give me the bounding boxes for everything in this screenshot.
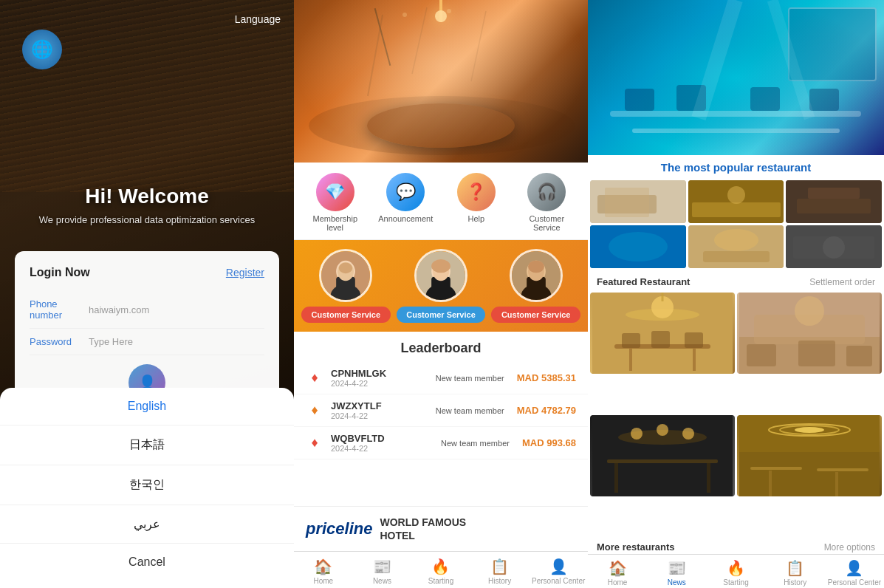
svg-rect-29 [809, 89, 839, 111]
password-label: Password [30, 336, 89, 347]
right-nav-home[interactable]: 🏠 Home [588, 559, 647, 587]
priceline-tagline: WORLD FAMOUSHOTEL [380, 516, 466, 542]
phone-field-row: Phonenumber haiwaiym.com [30, 291, 264, 329]
thumb-2[interactable] [688, 180, 784, 223]
right-home-icon: 🏠 [609, 559, 627, 577]
decor-svg [294, 0, 588, 163]
lb-name-2: JWZXYTLF [331, 400, 428, 411]
svg-point-4 [402, 13, 407, 17]
svg-rect-66 [846, 346, 872, 366]
thumb-img-3 [786, 180, 882, 223]
leaderboard-row-2: ♦ JWZXYTLF 2024-4-22 New team member MAD… [294, 394, 588, 427]
diamond-icon-2: ♦ [306, 402, 323, 420]
svg-rect-25 [610, 111, 861, 117]
lb-date-2: 2024-4-22 [331, 411, 428, 420]
right-panel: The most popular restaurant [588, 0, 884, 588]
history-icon: 📋 [490, 558, 509, 575]
thumb-img-1 [590, 180, 686, 223]
lb-info-3: WQBVFLTD 2024-4-22 [331, 433, 434, 453]
thumb-1[interactable] [590, 180, 686, 223]
agent-btn-1[interactable]: Customer Service [301, 307, 391, 323]
agent-avatar-3 [510, 249, 563, 302]
right-nav-news[interactable]: 📰 News [647, 559, 706, 587]
settlement-link[interactable]: Settlement order [809, 277, 875, 287]
thumb-img-6 [786, 225, 882, 268]
personal-label: Personal Center [532, 577, 585, 585]
thumb-5[interactable] [688, 225, 784, 268]
svg-point-49 [823, 236, 845, 259]
agent3-svg [512, 249, 561, 302]
priceline-banner[interactable]: priceline WORLD FAMOUSHOTEL [294, 506, 588, 551]
announcement-label: Announcement [378, 214, 433, 223]
svg-rect-55 [629, 349, 632, 371]
agent-avatar-1 [319, 249, 372, 302]
lb-status-3: New team member [441, 439, 515, 448]
svg-point-43 [609, 232, 668, 261]
lang-option-english[interactable]: English [0, 388, 294, 425]
svg-rect-40 [808, 188, 860, 199]
lb-info-2: JWZXYTLF 2024-4-22 [331, 400, 428, 420]
customer-service-icon-item[interactable]: 🎧 Customer Service [517, 173, 576, 232]
featured-img-3[interactable] [590, 415, 735, 496]
aqua-hero-image [588, 0, 884, 155]
svg-rect-34 [605, 188, 649, 217]
right-history-label: History [784, 578, 806, 587]
right-nav-starting[interactable]: 🔥 Starting [706, 559, 765, 587]
right-personal-label: Personal Center [828, 578, 881, 587]
nav-history[interactable]: 📋 History [470, 556, 530, 587]
featured-img-1[interactable] [590, 293, 735, 374]
lang-option-korean[interactable]: 한국인 [0, 465, 294, 505]
phone-value[interactable]: haiwaiym.com [89, 304, 149, 315]
nav-news[interactable]: 📰 News [353, 556, 412, 587]
register-link[interactable]: Register [226, 267, 264, 278]
announcement-icon-item[interactable]: 💬 Announcement [376, 173, 435, 232]
svg-point-23 [528, 261, 544, 273]
welcome-subtitle: We provide professional data optimizatio… [0, 214, 294, 225]
light-decoration [439, 0, 442, 22]
thumb-img-5 [688, 225, 784, 268]
thumb3-svg [786, 180, 882, 223]
right-nav-history[interactable]: 📋 History [766, 559, 825, 587]
thumb-6[interactable] [786, 225, 882, 268]
featured2-svg [739, 293, 880, 374]
personal-icon: 👤 [549, 558, 568, 575]
agent-btn-3[interactable]: Customer Service [491, 307, 580, 323]
svg-rect-59 [685, 332, 703, 348]
lb-amount-3: MAD 993.68 [522, 437, 576, 448]
svg-rect-75 [707, 463, 710, 493]
thumb-3[interactable] [786, 180, 882, 223]
svg-rect-26 [625, 89, 654, 111]
thumb-4[interactable] [590, 225, 686, 268]
nav-starting[interactable]: 🔥 Starting [411, 556, 470, 587]
welcome-section: Hi! Welcome We provide professional data… [0, 185, 294, 225]
right-news-label: News [668, 578, 686, 587]
more-options-link[interactable]: More options [824, 542, 875, 553]
lang-option-arabic[interactable]: عربي [0, 505, 294, 544]
svg-rect-65 [798, 341, 835, 366]
cancel-button[interactable]: Cancel [0, 544, 294, 581]
agent-btn-2[interactable]: Customer Service [397, 307, 486, 323]
svg-rect-81 [750, 467, 802, 470]
featured-img-2[interactable] [737, 293, 882, 374]
right-nav-personal[interactable]: 👤 Personal Center [825, 559, 884, 587]
nav-personal[interactable]: 👤 Personal Center [529, 556, 588, 587]
agent-photo-1 [321, 251, 370, 300]
svg-rect-83 [769, 471, 772, 496]
lang-option-japanese[interactable]: 日本語 [0, 425, 294, 465]
membership-icon-item[interactable]: 💎 Membership level [306, 173, 365, 232]
help-label: Help [467, 214, 484, 223]
language-button[interactable]: Language [235, 13, 281, 25]
nav-home[interactable]: 🏠 Home [294, 556, 353, 587]
featured-img-4[interactable] [737, 415, 882, 496]
news-icon: 📰 [373, 558, 391, 575]
agent-photo-3 [512, 251, 561, 300]
svg-rect-84 [835, 472, 838, 496]
membership-icon: 💎 [316, 173, 354, 211]
leaderboard-section: Leaderboard ♦ CPNHMLGK 2024-4-22 New tea… [294, 332, 588, 506]
middle-bottom-nav: 🏠 Home 📰 News 🔥 Starting 📋 History 👤 Per… [294, 551, 588, 588]
help-icon-item[interactable]: ❓ Help [447, 173, 506, 232]
customer-service-icon: 🎧 [527, 173, 566, 211]
login-now-label: Login Now [30, 266, 90, 279]
password-value[interactable]: Type Here [89, 336, 133, 347]
history-label: History [488, 577, 511, 585]
